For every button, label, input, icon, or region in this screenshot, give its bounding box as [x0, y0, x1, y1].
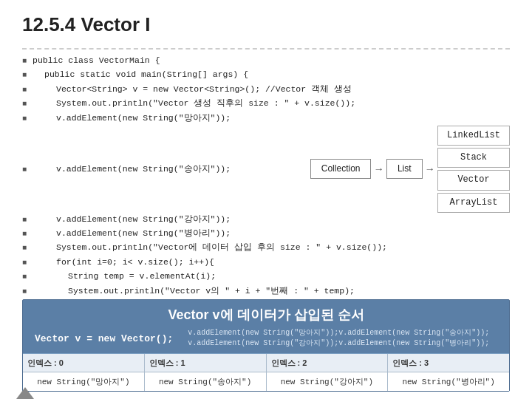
code-text-9: System.out.println("Vector에 데이터 삽입 후의 si… — [33, 241, 387, 254]
code-line-11: ■ String temp = v.elementAt(i); — [22, 270, 510, 283]
code-line-10: ■ for(int i=0; i< v.size(); i++){ — [22, 256, 510, 269]
index-value-1: new String("송아지") — [145, 372, 267, 391]
add-text-line2: v.addElement(new String("강아지"));v.addEle… — [188, 338, 489, 349]
code-line-6: ■ v.addElement(new String("송아지")); — [22, 163, 304, 176]
bullet-11: ■ — [22, 270, 30, 283]
index-value-3: new String("병아리") — [388, 372, 509, 391]
bullet-4: ■ — [22, 97, 30, 110]
code-line-1: ■ public class VectorMain { — [22, 54, 510, 67]
code-line-7: ■ v.addElement(new String("강아지")); — [22, 213, 510, 226]
code-text-6: v.addElement(new String("송아지")); — [33, 163, 231, 176]
index-label-1: 인덱스 : 1 — [149, 358, 185, 367]
code-text-10: for(int i=0; i< v.size(); i++){ — [33, 256, 214, 269]
collection-list-group: Collection → List → LinkedList Stack Vec… — [310, 126, 510, 213]
index-cell-1: 인덱스 : 1 — [145, 354, 267, 372]
index-value-0: new String("망아지") — [23, 372, 145, 391]
add-text-line1: v.addElement(new String("망아지"));v.addEle… — [188, 328, 489, 338]
bullet-7: ■ — [22, 213, 30, 226]
bullet-6: ■ — [22, 163, 30, 176]
arrow-icon: → — [375, 161, 381, 177]
code-text-1: public class VectorMain { — [33, 54, 160, 67]
index-label-3: 인덱스 : 3 — [392, 358, 429, 367]
index-cell-2: 인덱스 : 2 — [267, 354, 389, 372]
index-label-0: 인덱스 : 0 — [27, 358, 64, 367]
bullet-9: ■ — [22, 241, 30, 254]
vector-box: Vector — [437, 170, 510, 190]
divider — [22, 48, 510, 50]
bullet-2: ■ — [22, 68, 30, 81]
stack-box: Stack — [437, 148, 510, 168]
code-text-5: v.addElement(new String("망아지")); — [33, 112, 231, 125]
bottom-diagram-title: Vector v에 데이터가 삽입된 순서 — [23, 300, 509, 328]
code-text-8: v.addElement(new String("병아리")); — [33, 227, 231, 240]
vector-new-row: Vector v = new Vector(); v.addElement(ne… — [23, 328, 509, 353]
index-label-row: 인덱스 : 0 인덱스 : 1 인덱스 : 2 인덱스 : 3 — [23, 353, 509, 372]
code-text-2: public static void main(String[] args) { — [33, 68, 248, 81]
vector-new-label: Vector v = new Vector(); — [35, 333, 173, 344]
arrow-icon-2: → — [427, 161, 433, 177]
index-value-2: new String("강아지") — [267, 372, 389, 391]
code-line-6-row: ■ v.addElement(new String("송아지")); Colle… — [22, 126, 510, 213]
main-content: ■ public class VectorMain { ■ public sta… — [0, 54, 532, 341]
code-text-12: System.out.println("Vector v의 " + i + "번… — [33, 284, 355, 298]
code-text-4: System.out.println("Vector 생성 직후의 size :… — [33, 97, 355, 110]
bullet-8: ■ — [22, 227, 30, 240]
bullet-10: ■ — [22, 256, 30, 269]
bottom-triangle — [16, 387, 34, 399]
code-section: ■ public class VectorMain { ■ public sta… — [22, 54, 510, 341]
type-boxes: LinkedList Stack Vector ArrayList — [437, 126, 510, 213]
code-line-5: ■ v.addElement(new String("망아지")); — [22, 112, 510, 125]
linkedlist-box: LinkedList — [437, 126, 510, 146]
bullet-1: ■ — [22, 54, 30, 67]
index-cell-0: 인덱스 : 0 — [23, 354, 145, 372]
code-text-3: Vector<String> v = new Vector<String>();… — [33, 83, 352, 96]
index-label-2: 인덱스 : 2 — [271, 358, 307, 367]
bottom-diagram: Vector v에 데이터가 삽입된 순서 Vector v = new Vec… — [22, 299, 510, 392]
arraylist-box: ArrayList — [437, 193, 510, 213]
index-value-row: new String("망아지") new String("송아지") new … — [23, 372, 509, 391]
bullet-12: ■ — [22, 284, 30, 298]
code-line-8: ■ v.addElement(new String("병아리")); — [22, 227, 510, 240]
code-line-4: ■ System.out.println("Vector 생성 직후의 size… — [22, 97, 510, 110]
code-line-2: ■ public static void main(String[] args)… — [22, 68, 510, 81]
code-line-3: ■ Vector<String> v = new Vector<String>(… — [22, 83, 510, 96]
collection-box: Collection — [310, 159, 372, 179]
page-title: 12.5.4 Vector I — [0, 0, 532, 44]
vector-add-text: v.addElement(new String("망아지"));v.addEle… — [188, 328, 489, 349]
code-line-9: ■ System.out.println("Vector에 데이터 삽입 후의 … — [22, 241, 510, 254]
code-line-12: ■ System.out.println("Vector v의 " + i + … — [22, 284, 510, 298]
list-box: List — [386, 159, 423, 179]
index-cell-3: 인덱스 : 3 — [388, 354, 509, 372]
bullet-5: ■ — [22, 112, 30, 125]
code-text-11: String temp = v.elementAt(i); — [33, 270, 216, 283]
bullet-3: ■ — [22, 83, 30, 96]
code-text-7: v.addElement(new String("강아지")); — [33, 213, 231, 226]
